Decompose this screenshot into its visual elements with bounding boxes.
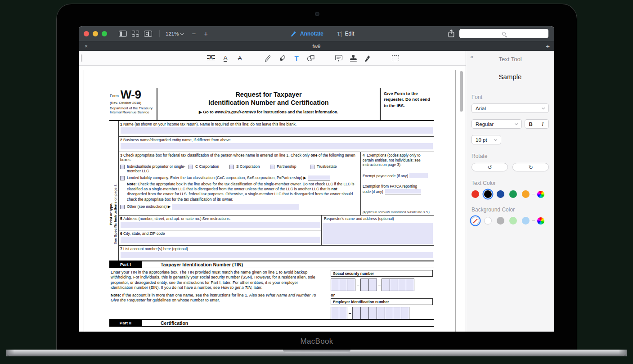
bg-color-white[interactable] <box>484 217 492 225</box>
tab-title[interactable]: fw9 <box>79 44 554 49</box>
fountain-pen-icon <box>364 54 371 62</box>
text-color-green[interactable] <box>509 190 517 198</box>
stamp-tool[interactable] <box>349 54 357 62</box>
option-label: Partnership <box>277 164 296 169</box>
text-color-black-selected[interactable] <box>484 190 492 198</box>
shapes-tool[interactable] <box>307 54 315 62</box>
llc-note: Note: Check the appropriate box in the l… <box>120 182 358 202</box>
see-instructions-note: See Specific Instructions on page 3. <box>113 184 118 244</box>
strikeout-text-tool[interactable]: A <box>236 54 244 62</box>
give-form-note: Give Form to the requester. Do not send … <box>381 88 434 120</box>
select-region-tool[interactable] <box>391 54 400 62</box>
llc-label: Limited liability company. Enter the tax… <box>127 175 306 180</box>
form-goto-line: ▶ Go to www.irs.gov/FormW9 for instructi… <box>161 110 376 114</box>
search-icon <box>502 32 506 36</box>
annotate-mode-button[interactable]: Annotate <box>290 30 323 37</box>
text-tool[interactable]: T <box>292 54 301 62</box>
swatch-connector <box>532 220 535 221</box>
edit-mode-button[interactable]: T| Edit <box>337 30 354 37</box>
fatca-field[interactable] <box>385 189 421 194</box>
exempt-payee-label: Exempt payee code (if any) <box>363 174 408 178</box>
eraser-icon <box>278 54 286 62</box>
italic-button[interactable]: I <box>537 120 549 128</box>
checkbox-s-corporation[interactable] <box>229 165 234 169</box>
rotate-ccw-icon: ↺ <box>487 164 492 171</box>
pdf-page: Form W-9 (Rev. October 2018) Department … <box>84 70 456 332</box>
thumbnail-view-icon[interactable] <box>132 31 139 37</box>
note-comment-tool[interactable] <box>335 54 343 62</box>
text-color-red[interactable] <box>471 190 479 198</box>
zoom-window-button[interactable] <box>102 31 107 36</box>
signature-tool[interactable] <box>364 54 372 62</box>
macbook-base <box>6 350 627 356</box>
highlight-text-tool[interactable]: A <box>207 54 215 62</box>
vertical-scrollbar[interactable] <box>460 71 463 112</box>
font-size-select[interactable]: 10 pt <box>471 135 501 144</box>
sidebar-toggle-icon[interactable] <box>119 31 127 37</box>
text-color-custom-wheel[interactable] <box>537 191 544 198</box>
zoom-level-dropdown[interactable]: 121% <box>166 31 184 36</box>
form-dept: Department of the TreasuryInternal Reven… <box>110 106 155 115</box>
checkbox-trust-estate[interactable] <box>310 165 314 169</box>
other-input-field[interactable] <box>172 204 299 210</box>
comment-icon <box>335 54 343 62</box>
rotate-ccw-button[interactable]: ↺ <box>471 163 508 171</box>
part1-title: Taxpayer Identification Number (TIN) <box>161 261 243 268</box>
font-family-select[interactable]: Arial <box>471 103 549 113</box>
checkbox-c-corporation[interactable] <box>189 165 193 169</box>
checkbox-llc[interactable] <box>120 176 125 180</box>
stamp-icon <box>350 54 357 62</box>
bg-color-blue[interactable] <box>522 217 530 225</box>
tab-bar: × fw9 + <box>79 41 554 51</box>
chevron-down-icon <box>180 31 184 35</box>
text-color-blue[interactable] <box>497 190 504 198</box>
zoom-level-value: 121% <box>166 31 179 36</box>
search-input[interactable] <box>459 29 548 38</box>
llc-classification-field[interactable] <box>308 175 330 180</box>
bg-color-custom-wheel[interactable] <box>537 217 544 225</box>
line7-input-field[interactable] <box>121 252 433 258</box>
page-view-icon[interactable] <box>144 31 152 37</box>
box4-label: 4 Exemptions (codes apply only to certai… <box>363 153 432 167</box>
bg-color-none-selected[interactable] <box>471 217 479 225</box>
toolbar-drag-handle[interactable] <box>81 54 82 62</box>
pencil-tool[interactable] <box>264 54 272 62</box>
text-color-swatches <box>471 190 549 198</box>
line5-input-field[interactable] <box>121 222 320 228</box>
requester-input-field[interactable] <box>323 223 433 244</box>
document-viewer[interactable]: Form W-9 (Rev. October 2018) Department … <box>79 66 466 332</box>
close-window-button[interactable] <box>84 31 89 36</box>
macbook-label: MacBook <box>57 337 577 346</box>
exempt-payee-field[interactable] <box>409 173 428 178</box>
share-button[interactable] <box>448 29 455 38</box>
rotate-cw-button[interactable]: ↻ <box>512 163 549 171</box>
ein-cells[interactable]: – <box>331 307 433 319</box>
checkbox-individual[interactable] <box>120 165 125 169</box>
line1-input-field[interactable] <box>121 127 433 134</box>
zoom-in-button[interactable]: + <box>204 30 208 37</box>
text-color-orange[interactable] <box>522 190 530 198</box>
bg-color-green[interactable] <box>509 217 517 225</box>
or-label: or <box>331 292 433 297</box>
font-style-select[interactable]: Regular <box>471 119 522 129</box>
line6-input-field[interactable] <box>121 237 320 243</box>
ssn-cells[interactable]: – – <box>331 279 433 291</box>
line2-input-field[interactable] <box>121 143 433 149</box>
checkbox-other[interactable] <box>120 205 125 209</box>
minimize-window-button[interactable] <box>93 31 98 36</box>
underline-text-tool[interactable]: A <box>221 54 229 62</box>
checkbox-partnership[interactable] <box>270 165 274 169</box>
rotate-section-label: Rotate <box>471 153 549 159</box>
new-tab-button[interactable]: + <box>546 42 550 50</box>
panel-title: Text Tool <box>471 56 549 63</box>
lid-notch <box>283 350 350 353</box>
zoom-out-button[interactable]: − <box>192 30 196 37</box>
bg-color-gray[interactable] <box>497 217 504 225</box>
bold-button[interactable]: B <box>525 120 537 128</box>
collapse-panel-button[interactable]: » <box>470 53 473 60</box>
applies-note: (Applies to accounts maintained outside … <box>363 211 430 214</box>
eraser-tool[interactable] <box>278 54 286 62</box>
form-revision: (Rev. October 2018) <box>110 101 155 105</box>
line6-label: City, state, and ZIP code <box>123 231 165 236</box>
tin-instructions: Enter your TIN in the appropriate box. T… <box>111 270 322 290</box>
